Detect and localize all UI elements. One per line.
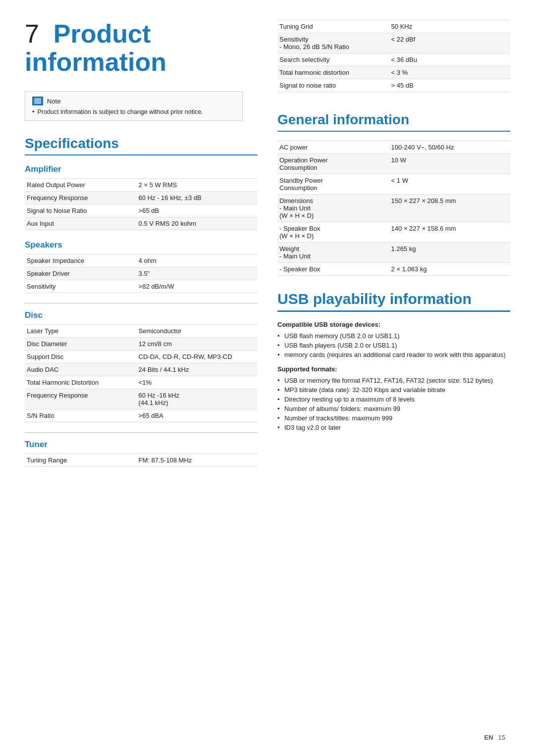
chapter-number: 7: [25, 19, 39, 48]
note-icon: [32, 97, 43, 105]
tuner-table-left: Tuning RangeFM: 87.5-108 MHz: [25, 454, 258, 467]
list-item: USB flash memory (USB 2.0 or USB1.1): [277, 332, 510, 340]
disc-title: Disc: [25, 310, 258, 320]
general-info-title: General information: [277, 112, 510, 132]
list-item: USB or memory file format FAT12, FAT16, …: [277, 377, 510, 384]
list-item: ID3 tag v2.0 or later: [277, 424, 510, 431]
note-box: Note •Product information is subject to …: [25, 91, 243, 121]
tuner-table-right: Tuning Grid50 KHzSensitivity - Mono, 26 …: [277, 20, 510, 92]
page-title: 7 Productinformation: [25, 20, 258, 76]
tuner-title: Tuner: [25, 440, 258, 450]
amplifier-table: Rated Output Power2 × 5 W RMSFrequency R…: [25, 178, 258, 230]
usb-formats-list: USB or memory file format FAT12, FAT16, …: [277, 377, 510, 431]
right-column: Tuning Grid50 KHzSensitivity - Mono, 26 …: [277, 20, 510, 477]
page-footer: EN 15: [484, 734, 505, 741]
list-item: MP3 bitrate (data rate): 32-320 Kbps and…: [277, 386, 510, 394]
list-item: USB flash players (USB 2.0 or USB1.1): [277, 342, 510, 349]
list-item: Number of albums/ folders: maximum 99: [277, 405, 510, 412]
list-item: Number of tracks/titles: maximum 999: [277, 414, 510, 422]
left-column: 7 Productinformation Note •Product infor…: [25, 20, 258, 477]
divider2: [25, 432, 258, 433]
speakers-title: Speakers: [25, 240, 258, 250]
speakers-table: Speaker Impedance4 ohmSpeaker Driver3.5"…: [25, 254, 258, 293]
general-table: AC power100-240 V~, 50/60 HzOperation Po…: [277, 141, 510, 276]
amplifier-title: Amplifier: [25, 164, 258, 174]
list-item: memory cards (requires an additional car…: [277, 351, 510, 358]
divider: [25, 303, 258, 303]
footer-page: 15: [498, 734, 505, 741]
usb-formats-title: Supported formats:: [277, 365, 510, 373]
usb-compatible-list: USB flash memory (USB 2.0 or USB1.1)USB …: [277, 332, 510, 358]
note-header: Note: [32, 97, 235, 105]
note-text: •Product information is subject to chang…: [32, 108, 235, 115]
usb-title: USB playability information: [277, 291, 510, 312]
note-label: Note: [47, 98, 60, 105]
title-product: Productinformation: [25, 19, 166, 76]
disc-table: Laser TypeSemiconductorDisc Diameter12 c…: [25, 324, 258, 422]
list-item: Directory nesting up to a maximum of 8 l…: [277, 396, 510, 403]
footer-lang: EN: [484, 734, 493, 741]
specifications-title: Specifications: [25, 136, 258, 155]
usb-compatible-title: Compatible USB storage devices:: [277, 321, 510, 328]
